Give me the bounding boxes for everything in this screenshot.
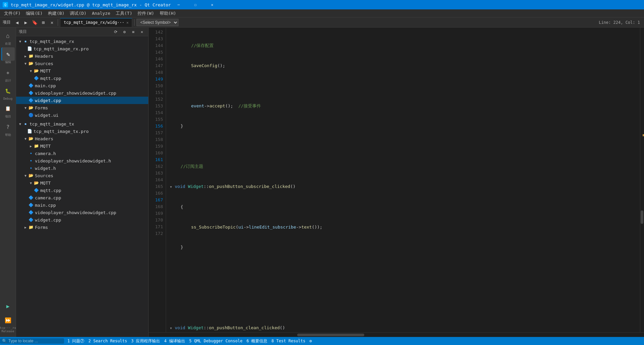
arrow-sources-tx: ▼: [23, 173, 28, 178]
search-bar[interactable]: 🔍: [0, 338, 64, 344]
minimize-button[interactable]: ─: [171, 0, 186, 9]
status-problems-label: 1 问题⑦: [67, 338, 84, 344]
menu-build[interactable]: 构建(B): [45, 9, 67, 17]
tree-item-videocpp-tx[interactable]: 🔷 videoplayer_showvideowidget.cpp: [16, 209, 148, 216]
design-icon[interactable]: ◈: [1, 66, 15, 79]
tree-item-project-rx[interactable]: ▼ ▪ tcp_mqtt_image_rx: [16, 38, 148, 45]
maximize-button[interactable]: ☐: [187, 0, 203, 9]
menu-tools[interactable]: 工具(T): [113, 9, 135, 17]
tree-item-videoh-tx[interactable]: 🔹 videoplayer_showvideowidget.h: [16, 157, 148, 164]
nav-back-button[interactable]: ◀: [13, 19, 21, 26]
tree-item-forms-tx[interactable]: ▶ 📁 Forms: [16, 224, 148, 231]
code-content[interactable]: //保存配置 SaveConfig(); event->accept(); //…: [166, 28, 640, 332]
menu-help[interactable]: 帮助(H): [157, 9, 179, 17]
tree-label-headers-rx: Headers: [35, 54, 53, 59]
symbol-selector[interactable]: <Select Symbol>: [137, 19, 178, 26]
cpp-icon-videocpp-rx: 🔷: [28, 90, 34, 96]
tree-item-cameracpp-tx[interactable]: 🔷 camera.cpp: [16, 194, 148, 201]
line-num-157: 157: [150, 130, 163, 136]
tree-item-pro-rx[interactable]: 📄 tcp_mqtt_image_rx.pro: [16, 45, 148, 52]
tab-close-icon[interactable]: ✕: [126, 20, 129, 25]
active-file-tab[interactable]: tcp_mqtt_image_rx/widg··· ✕: [60, 18, 132, 27]
code-line-149: ▼void Widget::on_pushButton_subscribe_cl…: [169, 183, 640, 190]
tree-label-pro-rx: tcp_mqtt_image_rx.pro: [34, 46, 89, 51]
project-settings-icon[interactable]: ⚙: [121, 28, 128, 36]
tree-item-maincpp-tx[interactable]: 🔷 main.cpp: [16, 201, 148, 209]
folder-icon-mqtt-rx: 📂: [34, 68, 39, 73]
tree-item-sources-rx[interactable]: ▼ 📂 Sources: [16, 60, 148, 67]
line-num-169: 169: [150, 210, 163, 217]
help-icon[interactable]: ?: [1, 120, 15, 134]
tree-label-cameracpp-tx: camera.cpp: [35, 195, 61, 200]
line-num-145: 145: [150, 49, 163, 56]
bookmark-button[interactable]: 🔖: [31, 19, 38, 26]
code-area: 142 143 144 145 146 147 148 149 150 151 …: [149, 28, 644, 332]
status-bar: 🔍 1 问题⑦ 2 Search Results 3 应用程序输出 4 编译输出…: [0, 337, 644, 345]
menu-debug[interactable]: 调试(D): [67, 9, 89, 17]
tree-item-project-tx[interactable]: ▼ ▪ tcp_mqtt_image_tx: [16, 120, 148, 128]
h-scroll-thumb[interactable]: [297, 334, 364, 336]
tree-item-sources-tx[interactable]: ▼ 📂 Sources: [16, 172, 148, 179]
tree-item-mqtt-tx[interactable]: ▶ 📁 MQTT: [16, 142, 148, 150]
status-problems[interactable]: 1 问题⑦: [65, 337, 86, 345]
debug-icon[interactable]: 🐛: [1, 84, 15, 98]
status-search-results[interactable]: 2 Search Results: [86, 337, 129, 345]
tree-item-videocpp-rx[interactable]: 🔷 videoplayer_showvideowidget.cpp: [16, 89, 148, 97]
tree-label-tx: tcp_mqtt_image_tx: [30, 121, 74, 127]
tree-item-forms-rx[interactable]: ▼ 📂 Forms: [16, 104, 148, 111]
project-nav-icon[interactable]: 📋: [1, 102, 15, 115]
status-settings-icon[interactable]: ⚙: [308, 337, 314, 345]
status-app-output[interactable]: 3 应用程序输出: [129, 337, 162, 345]
status-qml-debugger[interactable]: 5 QML Debugger Console: [187, 337, 245, 345]
project-close-icon[interactable]: ✕: [138, 28, 146, 36]
menu-edit[interactable]: 编辑(E): [23, 9, 45, 17]
menu-file[interactable]: 文件(F): [1, 9, 23, 17]
scroll-thumb[interactable]: [641, 210, 643, 224]
menu-controls[interactable]: 控件(W): [135, 9, 157, 17]
split-button[interactable]: ⊞: [40, 19, 47, 26]
project-header: 项目 ⟳ ⚙ ≡ ✕: [16, 28, 148, 36]
tree-item-camerah-tx[interactable]: 🔹 camera.h: [16, 150, 148, 157]
code-line-150: {: [169, 204, 640, 210]
tree-item-widgetui-rx[interactable]: 🔵 widget.ui: [16, 111, 148, 119]
file-tab-name: tcp_mqtt_image_rx/widg···: [64, 20, 124, 25]
help-icon-group: ? 帮助: [1, 120, 15, 139]
project-filter-icon[interactable]: ≡: [129, 28, 137, 36]
tree-label-videoh-tx: videoplayer_showvideowidget.h: [35, 158, 111, 163]
tree-item-maincpp-rx[interactable]: 🔷 main.cpp: [16, 82, 148, 89]
tree-item-headers-tx[interactable]: ▼ 📂 Headers: [16, 135, 148, 142]
run-button[interactable]: ▶: [1, 299, 15, 313]
horizontal-scrollbar[interactable]: [149, 332, 644, 337]
status-test-results[interactable]: 8 Test Results: [269, 337, 307, 345]
status-overview[interactable]: 6 概要信息: [245, 337, 269, 345]
close-tab-button[interactable]: ✕: [48, 19, 56, 26]
right-scrollbar[interactable]: [640, 28, 644, 332]
close-button[interactable]: ✕: [204, 0, 220, 9]
tree-item-widgetcpp-rx[interactable]: 🔷 widget.cpp: [16, 97, 148, 104]
tree-item-mqttcpp-tx[interactable]: 🔷 mqtt.cpp: [16, 187, 148, 194]
tree-item-widgetcpp-tx[interactable]: 🔷 widget.cpp: [16, 216, 148, 224]
line-info: Line: 224, Col: 1: [599, 20, 643, 25]
error-indicator: [643, 134, 644, 136]
welcome-icon[interactable]: ⌂: [1, 29, 15, 42]
edit-icon-group: ✎ 编辑: [1, 47, 15, 66]
tree-item-mqtt2-tx[interactable]: ▼ 📂 MQTT: [16, 179, 148, 187]
build-run-button[interactable]: ⏩: [1, 313, 15, 327]
tree-item-headers-rx[interactable]: ▶ 📁 Headers: [16, 52, 148, 60]
project-sync-icon[interactable]: ⟳: [112, 28, 119, 36]
line-num-158: 158: [150, 136, 163, 143]
edit-icon[interactable]: ✎: [1, 47, 15, 61]
line-num-150: 150: [150, 83, 163, 89]
tree-item-pro-tx[interactable]: 📄 tcp_mqtt_image_tx.pro: [16, 128, 148, 135]
tree-item-mqtt-rx[interactable]: ▼ 📂 MQTT: [16, 67, 148, 75]
tree-item-mqttcpp-rx[interactable]: 🔷 mqtt.cpp: [16, 75, 148, 82]
line-num-163: 163: [150, 170, 163, 177]
tree-item-widgeth-tx[interactable]: 🔹 widget.h: [16, 164, 148, 172]
menu-analyze[interactable]: Analyze: [89, 9, 113, 17]
nav-forward-button[interactable]: ▶: [22, 19, 30, 26]
search-input[interactable]: [8, 339, 62, 343]
status-compile-output[interactable]: 4 编译输出: [162, 337, 187, 345]
folder-icon-mqtt2-tx: 📂: [34, 180, 39, 186]
line-num-167: 167: [150, 197, 163, 203]
cpp-icon-maincpp-tx: 🔷: [28, 202, 34, 208]
